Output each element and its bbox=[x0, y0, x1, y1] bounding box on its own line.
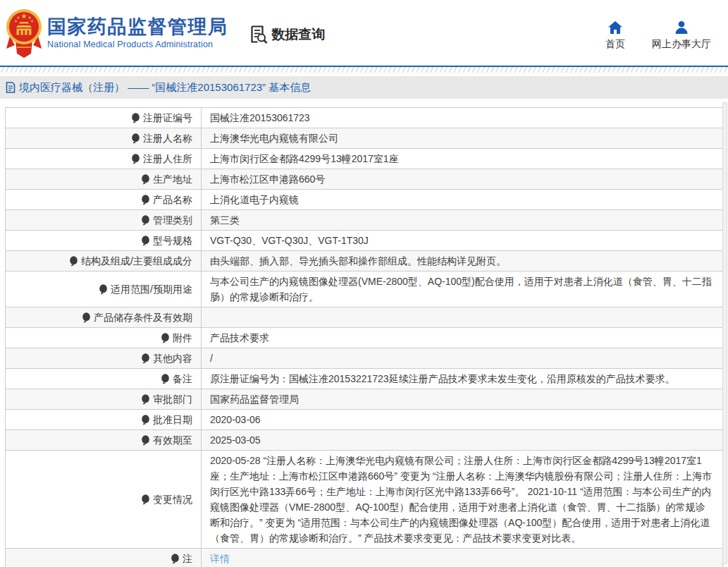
row-label: 适用范围/预期用途 bbox=[111, 281, 192, 297]
site-subtitle: National Medical Products Administration bbox=[47, 39, 228, 49]
note-icon bbox=[141, 174, 150, 185]
row-label-cell: 管理类别 bbox=[6, 210, 202, 230]
row-value: 由头端部、插入部、导光插头部和操作部组成。性能结构详见附页。 bbox=[210, 253, 506, 269]
row-value: VGT-Q30、VGT-Q30J、VGT-1T30J bbox=[210, 233, 369, 248]
row-value: 国家药品监督管理局 bbox=[210, 391, 299, 407]
table-row: 管理类别 第三类 bbox=[6, 210, 722, 231]
row-value-cell: / bbox=[202, 348, 722, 368]
table-row: 注册证编号 国械注准20153061723 bbox=[6, 108, 722, 128]
row-label-cell: 备注 bbox=[6, 369, 202, 389]
row-value-cell: 第三类 bbox=[202, 210, 722, 230]
stripe-band bbox=[0, 67, 728, 73]
note-icon bbox=[141, 215, 150, 226]
row-label: 生产地址 bbox=[153, 171, 192, 187]
row-label: 备注 bbox=[173, 371, 192, 386]
row-label-cell: 审批部门 bbox=[6, 389, 202, 409]
row-label-cell: 有效期至 bbox=[6, 430, 202, 450]
note-icon bbox=[99, 284, 108, 295]
document-icon bbox=[6, 82, 16, 93]
document-search-icon bbox=[249, 25, 268, 44]
row-label: 批准日期 bbox=[153, 412, 192, 427]
data-query-tab[interactable]: 数据查询 bbox=[249, 25, 326, 44]
nav-service-hall-label: 网上办事大厅 bbox=[652, 38, 711, 51]
row-label: 变更情况 bbox=[153, 492, 192, 507]
vertical-scrollbar[interactable] bbox=[722, 102, 727, 564]
national-emblem-icon bbox=[6, 8, 42, 59]
row-label-cell: 变更情况 bbox=[6, 451, 202, 548]
table-row: 适用范围/预期用途 与本公司生产的内窥镜图像处理器(VME-2800型、AQ-1… bbox=[6, 272, 722, 307]
table-row: 注 详情 bbox=[6, 549, 722, 567]
table-row: 注册人名称 上海澳华光电内窥镜有限公司 bbox=[6, 128, 722, 149]
note-icon bbox=[82, 312, 91, 323]
table-row: 有效期至 2025-03-05 bbox=[6, 430, 722, 451]
table-row: 注册人住所 上海市闵行区金都路4299号13幢2017室1座 bbox=[6, 149, 722, 169]
row-value-cell: 上海市闵行区金都路4299号13幢2017室1座 bbox=[202, 149, 722, 169]
site-logo[interactable]: 国家药品监督管理局 National Medical Products Admi… bbox=[6, 8, 228, 59]
table-row: 产品储存条件及有效期 bbox=[6, 307, 722, 328]
site-title: 国家药品监督管理局 bbox=[47, 16, 228, 37]
table-row: 型号规格 VGT-Q30、VGT-Q30J、VGT-1T30J bbox=[6, 231, 722, 251]
note-icon bbox=[131, 154, 140, 164]
row-label-cell: 批准日期 bbox=[6, 410, 202, 429]
site-header: 国家药品监督管理局 National Medical Products Admi… bbox=[0, 0, 728, 66]
row-value-cell: 原注册证编号为：国械注准20153221723延续注册产品技术要求未发生变化，沿… bbox=[202, 369, 722, 389]
registration-info-table: 注册证编号 国械注准20153061723 注册人名称 上海澳华光电内窥镜有限公… bbox=[5, 107, 723, 567]
table-row: 产品名称 上消化道电子内窥镜 bbox=[6, 190, 722, 210]
row-label-cell: 产品储存条件及有效期 bbox=[6, 307, 202, 327]
row-value: 原注册证编号为：国械注准20153221723延续注册产品技术要求未发生变化，沿… bbox=[210, 371, 675, 386]
note-icon bbox=[141, 394, 150, 405]
row-label: 型号规格 bbox=[153, 233, 192, 248]
row-label: 注册人名称 bbox=[143, 130, 192, 146]
table-row: 批准日期 2020-03-06 bbox=[6, 410, 722, 430]
row-label: 审批部门 bbox=[153, 391, 192, 407]
note-icon bbox=[141, 236, 150, 246]
row-value-cell: 2020-03-06 bbox=[202, 410, 722, 429]
row-value: 国械注准20153061723 bbox=[210, 110, 310, 126]
row-value: 上海澳华光电内窥镜有限公司 bbox=[210, 130, 338, 146]
row-value: / bbox=[210, 350, 213, 366]
row-value: 第三类 bbox=[210, 212, 240, 228]
note-icon bbox=[141, 353, 150, 364]
row-label-cell: 结构及组成/主要组成成分 bbox=[6, 251, 202, 271]
row-label-cell: 适用范围/预期用途 bbox=[6, 272, 202, 307]
note-icon bbox=[141, 415, 150, 425]
row-label: 附件 bbox=[173, 330, 192, 346]
row-label-cell: 注 bbox=[6, 549, 202, 567]
row-value: 与本公司生产的内窥镜图像处理器(VME-2800型、AQ-100型)配合使用，适… bbox=[210, 274, 712, 305]
table-row: 审批部门 国家药品监督管理局 bbox=[6, 389, 722, 410]
row-label-cell: 注册人名称 bbox=[6, 128, 202, 148]
row-label-cell: 产品名称 bbox=[6, 190, 202, 209]
row-value-cell: 上消化道电子内窥镜 bbox=[202, 190, 722, 209]
note-icon bbox=[141, 435, 150, 446]
main-content: 注册证编号 国械注准20153061723 注册人名称 上海澳华光电内窥镜有限公… bbox=[0, 99, 728, 567]
nav-home[interactable]: 首页 bbox=[605, 21, 625, 51]
note-icon bbox=[171, 554, 180, 564]
table-row: 备注 原注册证编号为：国械注准20153221723延续注册产品技术要求未发生变… bbox=[6, 369, 722, 389]
row-value-cell bbox=[202, 307, 722, 327]
row-value: 上消化道电子内窥镜 bbox=[210, 192, 299, 207]
row-label-cell: 注册证编号 bbox=[6, 108, 202, 128]
site-title-block: 国家药品监督管理局 National Medical Products Admi… bbox=[47, 16, 228, 49]
row-value-cell: 由头端部、插入部、导光插头部和操作部组成。性能结构详见附页。 bbox=[202, 251, 722, 271]
row-label: 产品名称 bbox=[153, 192, 192, 207]
note-icon bbox=[69, 256, 78, 267]
table-row: 结构及组成/主要组成成分 由头端部、插入部、导光插头部和操作部组成。性能结构详见… bbox=[6, 251, 722, 272]
row-value: 上海市闵行区金都路4299号13幢2017室1座 bbox=[210, 151, 399, 166]
row-value-cell: 国家药品监督管理局 bbox=[202, 389, 722, 409]
details-link[interactable]: 详情 bbox=[210, 551, 230, 566]
nav-service-hall[interactable]: 网上办事大厅 bbox=[652, 21, 711, 51]
table-row: 变更情况 2020-05-28 “注册人名称：上海澳华光电内窥镜有限公司；注册人… bbox=[6, 451, 722, 549]
row-value-cell: 上海市松江区申港路660号 bbox=[202, 169, 722, 189]
breadcrumb: 境内医疗器械（注册） —— “国械注准20153061723” 基本信息 bbox=[0, 76, 728, 99]
row-label: 注册人住所 bbox=[143, 151, 192, 166]
row-value-cell: 详情 bbox=[202, 549, 722, 567]
row-label: 管理类别 bbox=[153, 212, 192, 228]
nav-home-label: 首页 bbox=[605, 38, 625, 51]
table-row: 生产地址 上海市松江区申港路660号 bbox=[6, 169, 722, 190]
note-icon bbox=[141, 195, 150, 205]
row-value-cell: 2020-05-28 “注册人名称：上海澳华光电内窥镜有限公司；注册人住所：上海… bbox=[202, 451, 722, 548]
note-icon bbox=[161, 333, 170, 343]
row-label: 有效期至 bbox=[153, 432, 192, 448]
home-icon bbox=[608, 21, 622, 34]
row-value: 上海市松江区申港路660号 bbox=[210, 171, 325, 187]
